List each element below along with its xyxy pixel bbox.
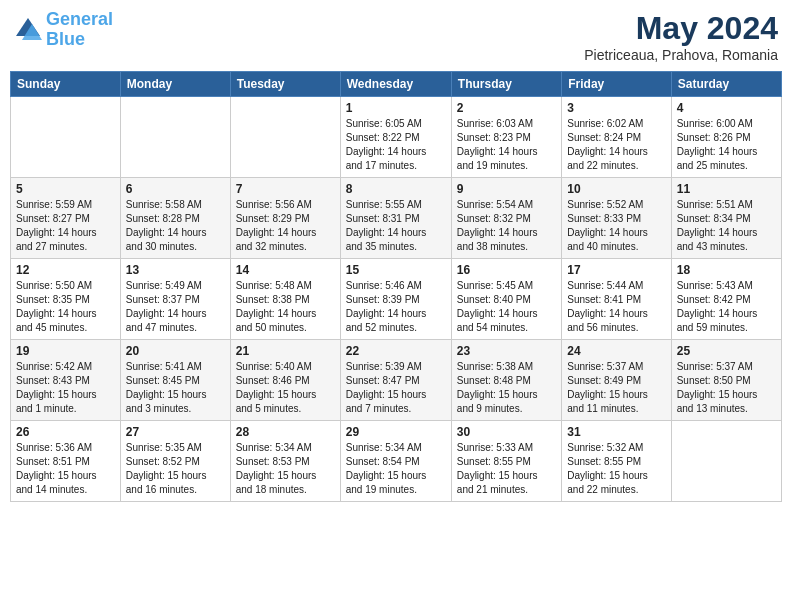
day-info: Sunrise: 5:33 AM Sunset: 8:55 PM Dayligh…	[457, 441, 556, 497]
calendar-day-cell	[230, 97, 340, 178]
title-block: May 2024 Pietriceaua, Prahova, Romania	[584, 10, 778, 63]
day-info: Sunrise: 5:35 AM Sunset: 8:52 PM Dayligh…	[126, 441, 225, 497]
day-info: Sunrise: 5:49 AM Sunset: 8:37 PM Dayligh…	[126, 279, 225, 335]
calendar-day-cell: 13Sunrise: 5:49 AM Sunset: 8:37 PM Dayli…	[120, 259, 230, 340]
day-number: 4	[677, 101, 776, 115]
calendar-day-cell: 30Sunrise: 5:33 AM Sunset: 8:55 PM Dayli…	[451, 421, 561, 502]
day-number: 19	[16, 344, 115, 358]
calendar-day-cell: 18Sunrise: 5:43 AM Sunset: 8:42 PM Dayli…	[671, 259, 781, 340]
calendar-day-cell: 4Sunrise: 6:00 AM Sunset: 8:26 PM Daylig…	[671, 97, 781, 178]
calendar-day-cell: 6Sunrise: 5:58 AM Sunset: 8:28 PM Daylig…	[120, 178, 230, 259]
day-number: 2	[457, 101, 556, 115]
day-info: Sunrise: 5:51 AM Sunset: 8:34 PM Dayligh…	[677, 198, 776, 254]
calendar-day-cell: 27Sunrise: 5:35 AM Sunset: 8:52 PM Dayli…	[120, 421, 230, 502]
calendar-day-cell: 23Sunrise: 5:38 AM Sunset: 8:48 PM Dayli…	[451, 340, 561, 421]
day-number: 6	[126, 182, 225, 196]
day-info: Sunrise: 5:46 AM Sunset: 8:39 PM Dayligh…	[346, 279, 446, 335]
calendar-day-cell: 1Sunrise: 6:05 AM Sunset: 8:22 PM Daylig…	[340, 97, 451, 178]
day-number: 15	[346, 263, 446, 277]
day-info: Sunrise: 5:39 AM Sunset: 8:47 PM Dayligh…	[346, 360, 446, 416]
day-number: 9	[457, 182, 556, 196]
day-number: 18	[677, 263, 776, 277]
location-subtitle: Pietriceaua, Prahova, Romania	[584, 47, 778, 63]
day-info: Sunrise: 5:37 AM Sunset: 8:49 PM Dayligh…	[567, 360, 665, 416]
logo-text: General Blue	[46, 10, 113, 50]
day-info: Sunrise: 5:41 AM Sunset: 8:45 PM Dayligh…	[126, 360, 225, 416]
calendar-day-cell: 22Sunrise: 5:39 AM Sunset: 8:47 PM Dayli…	[340, 340, 451, 421]
calendar-day-cell: 7Sunrise: 5:56 AM Sunset: 8:29 PM Daylig…	[230, 178, 340, 259]
day-number: 17	[567, 263, 665, 277]
weekday-header-wednesday: Wednesday	[340, 72, 451, 97]
day-number: 10	[567, 182, 665, 196]
day-number: 25	[677, 344, 776, 358]
calendar-week-4: 19Sunrise: 5:42 AM Sunset: 8:43 PM Dayli…	[11, 340, 782, 421]
day-info: Sunrise: 6:00 AM Sunset: 8:26 PM Dayligh…	[677, 117, 776, 173]
calendar-day-cell: 14Sunrise: 5:48 AM Sunset: 8:38 PM Dayli…	[230, 259, 340, 340]
day-number: 1	[346, 101, 446, 115]
day-number: 8	[346, 182, 446, 196]
calendar-day-cell: 17Sunrise: 5:44 AM Sunset: 8:41 PM Dayli…	[562, 259, 671, 340]
calendar-day-cell: 9Sunrise: 5:54 AM Sunset: 8:32 PM Daylig…	[451, 178, 561, 259]
day-number: 5	[16, 182, 115, 196]
day-number: 28	[236, 425, 335, 439]
day-number: 24	[567, 344, 665, 358]
day-number: 12	[16, 263, 115, 277]
day-info: Sunrise: 5:38 AM Sunset: 8:48 PM Dayligh…	[457, 360, 556, 416]
day-info: Sunrise: 5:50 AM Sunset: 8:35 PM Dayligh…	[16, 279, 115, 335]
calendar-day-cell: 5Sunrise: 5:59 AM Sunset: 8:27 PM Daylig…	[11, 178, 121, 259]
day-number: 30	[457, 425, 556, 439]
calendar-day-cell: 12Sunrise: 5:50 AM Sunset: 8:35 PM Dayli…	[11, 259, 121, 340]
day-info: Sunrise: 5:32 AM Sunset: 8:55 PM Dayligh…	[567, 441, 665, 497]
day-number: 20	[126, 344, 225, 358]
day-number: 21	[236, 344, 335, 358]
page-header: General Blue May 2024 Pietriceaua, Praho…	[10, 10, 782, 63]
calendar-day-cell: 28Sunrise: 5:34 AM Sunset: 8:53 PM Dayli…	[230, 421, 340, 502]
day-info: Sunrise: 5:34 AM Sunset: 8:53 PM Dayligh…	[236, 441, 335, 497]
day-number: 22	[346, 344, 446, 358]
day-info: Sunrise: 5:55 AM Sunset: 8:31 PM Dayligh…	[346, 198, 446, 254]
weekday-header-monday: Monday	[120, 72, 230, 97]
calendar-day-cell: 2Sunrise: 6:03 AM Sunset: 8:23 PM Daylig…	[451, 97, 561, 178]
calendar-day-cell: 26Sunrise: 5:36 AM Sunset: 8:51 PM Dayli…	[11, 421, 121, 502]
calendar-day-cell: 29Sunrise: 5:34 AM Sunset: 8:54 PM Dayli…	[340, 421, 451, 502]
day-number: 3	[567, 101, 665, 115]
calendar-day-cell: 31Sunrise: 5:32 AM Sunset: 8:55 PM Dayli…	[562, 421, 671, 502]
day-info: Sunrise: 5:34 AM Sunset: 8:54 PM Dayligh…	[346, 441, 446, 497]
month-title: May 2024	[584, 10, 778, 47]
day-number: 14	[236, 263, 335, 277]
day-info: Sunrise: 5:37 AM Sunset: 8:50 PM Dayligh…	[677, 360, 776, 416]
day-number: 7	[236, 182, 335, 196]
calendar-day-cell	[120, 97, 230, 178]
day-info: Sunrise: 5:44 AM Sunset: 8:41 PM Dayligh…	[567, 279, 665, 335]
calendar-day-cell: 20Sunrise: 5:41 AM Sunset: 8:45 PM Dayli…	[120, 340, 230, 421]
day-info: Sunrise: 5:56 AM Sunset: 8:29 PM Dayligh…	[236, 198, 335, 254]
day-info: Sunrise: 5:58 AM Sunset: 8:28 PM Dayligh…	[126, 198, 225, 254]
calendar-day-cell: 3Sunrise: 6:02 AM Sunset: 8:24 PM Daylig…	[562, 97, 671, 178]
day-info: Sunrise: 5:36 AM Sunset: 8:51 PM Dayligh…	[16, 441, 115, 497]
day-info: Sunrise: 6:02 AM Sunset: 8:24 PM Dayligh…	[567, 117, 665, 173]
weekday-header-thursday: Thursday	[451, 72, 561, 97]
day-number: 16	[457, 263, 556, 277]
weekday-header-friday: Friday	[562, 72, 671, 97]
calendar-week-5: 26Sunrise: 5:36 AM Sunset: 8:51 PM Dayli…	[11, 421, 782, 502]
weekday-header-tuesday: Tuesday	[230, 72, 340, 97]
day-info: Sunrise: 6:05 AM Sunset: 8:22 PM Dayligh…	[346, 117, 446, 173]
day-info: Sunrise: 5:59 AM Sunset: 8:27 PM Dayligh…	[16, 198, 115, 254]
calendar-day-cell: 11Sunrise: 5:51 AM Sunset: 8:34 PM Dayli…	[671, 178, 781, 259]
calendar-week-3: 12Sunrise: 5:50 AM Sunset: 8:35 PM Dayli…	[11, 259, 782, 340]
day-number: 13	[126, 263, 225, 277]
calendar-body: 1Sunrise: 6:05 AM Sunset: 8:22 PM Daylig…	[11, 97, 782, 502]
calendar-week-1: 1Sunrise: 6:05 AM Sunset: 8:22 PM Daylig…	[11, 97, 782, 178]
day-number: 27	[126, 425, 225, 439]
calendar-day-cell: 25Sunrise: 5:37 AM Sunset: 8:50 PM Dayli…	[671, 340, 781, 421]
calendar-week-2: 5Sunrise: 5:59 AM Sunset: 8:27 PM Daylig…	[11, 178, 782, 259]
weekday-header-saturday: Saturday	[671, 72, 781, 97]
day-number: 26	[16, 425, 115, 439]
day-info: Sunrise: 5:42 AM Sunset: 8:43 PM Dayligh…	[16, 360, 115, 416]
day-info: Sunrise: 5:40 AM Sunset: 8:46 PM Dayligh…	[236, 360, 335, 416]
logo: General Blue	[14, 10, 113, 50]
calendar-day-cell	[671, 421, 781, 502]
day-number: 31	[567, 425, 665, 439]
calendar-day-cell: 8Sunrise: 5:55 AM Sunset: 8:31 PM Daylig…	[340, 178, 451, 259]
day-number: 23	[457, 344, 556, 358]
